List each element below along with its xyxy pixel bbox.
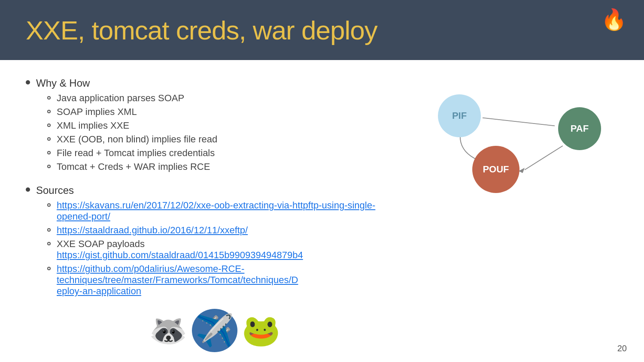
node-pouf: POUF xyxy=(472,146,519,193)
sub-bullet-dot xyxy=(47,228,51,232)
sub-bullet-text: Java application parses SOAP xyxy=(57,93,184,104)
list-item: https://skavans.ru/en/2017/12/02/xxe-oob… xyxy=(47,200,378,222)
sub-bullet-text: XXE (OOB, non blind) implies file read xyxy=(57,134,217,145)
sources-section: Sources https://skavans.ru/en/2017/12/02… xyxy=(26,184,378,297)
why-how-section: Why & How Java application parses SOAP S… xyxy=(26,77,378,172)
sub-bullet-dot xyxy=(47,96,51,100)
node-pif: PIF xyxy=(438,94,481,137)
source-3-prefix: XXE SOAP payloads https://gist.github.co… xyxy=(57,238,378,261)
sub-bullet-text: File read + Tomcat implies credentials xyxy=(57,148,215,159)
sub-bullet-dot xyxy=(47,124,51,127)
crash-bandicoot-icon: 🦝 xyxy=(149,312,188,349)
source-link-1[interactable]: https://skavans.ru/en/2017/12/02/xxe-oob… xyxy=(57,200,378,222)
sub-bullet-dot xyxy=(47,137,51,141)
why-how-sub-bullets: Java application parses SOAP SOAP implie… xyxy=(47,93,378,172)
list-item: XML implies XXE xyxy=(47,120,378,131)
bottom-decoration: 🦝 ✈️ 🐸 xyxy=(52,309,378,352)
slide-content: Why & How Java application parses SOAP S… xyxy=(0,60,644,356)
svg-marker-3 xyxy=(519,168,525,173)
sub-bullet-dot xyxy=(47,151,51,154)
bullet-dot xyxy=(26,187,30,192)
why-how-label: Why & How xyxy=(36,77,90,89)
node-paf: PAF xyxy=(558,107,601,150)
right-column-diagram: PIF PAF POUF xyxy=(395,73,618,352)
bullet-dot xyxy=(26,80,30,84)
list-item: File read + Tomcat implies credentials xyxy=(47,148,378,159)
sub-bullet-dot xyxy=(47,110,51,113)
pepe-frog-icon: 🐸 xyxy=(242,312,280,349)
list-item: XXE (OOB, non blind) implies file read xyxy=(47,134,378,145)
list-item: https://staaldraad.github.io/2016/12/11/… xyxy=(47,225,378,236)
slide-header: XXE, tomcat creds, war deploy 🔥 xyxy=(0,0,644,60)
source-link-4[interactable]: https://github.com/p0dalirius/Awesome-RC… xyxy=(57,263,378,297)
sources-sub-bullets: https://skavans.ru/en/2017/12/02/xxe-oob… xyxy=(47,200,378,297)
sub-bullet-dot xyxy=(47,203,51,207)
main-bullet-sources: Sources xyxy=(26,184,378,196)
sub-bullet-dot xyxy=(47,242,51,245)
source-link-2[interactable]: https://staaldraad.github.io/2016/12/11/… xyxy=(57,225,248,236)
list-item: XXE SOAP payloads https://gist.github.co… xyxy=(47,238,378,261)
pif-paf-pouf-diagram: PIF PAF POUF xyxy=(404,86,610,206)
list-item: SOAP implies XML xyxy=(47,106,378,118)
flame-icon: 🔥 xyxy=(601,8,627,32)
sub-bullet-dot xyxy=(47,165,51,168)
left-column: Why & How Java application parses SOAP S… xyxy=(26,73,378,352)
paper-plane-icon: ✈️ xyxy=(192,309,237,352)
sub-bullet-dot xyxy=(47,267,51,270)
slide-title: XXE, tomcat creds, war deploy xyxy=(26,15,377,45)
list-item: Java application parses SOAP xyxy=(47,93,378,104)
sub-bullet-text: XML implies XXE xyxy=(57,120,129,131)
sub-bullet-text: SOAP implies XML xyxy=(57,106,137,118)
page-number: 20 xyxy=(617,344,627,353)
list-item: Tomcat + Creds + WAR implies RCE xyxy=(47,161,378,172)
main-bullet-why-how: Why & How xyxy=(26,77,378,89)
svg-line-1 xyxy=(525,146,563,170)
sub-bullet-text: Tomcat + Creds + WAR implies RCE xyxy=(57,161,210,172)
sources-label: Sources xyxy=(36,184,74,196)
source-link-3[interactable]: https://gist.github.com/staaldraad/01415… xyxy=(57,250,303,260)
list-item: https://github.com/p0dalirius/Awesome-RC… xyxy=(47,263,378,297)
svg-line-0 xyxy=(483,118,555,126)
